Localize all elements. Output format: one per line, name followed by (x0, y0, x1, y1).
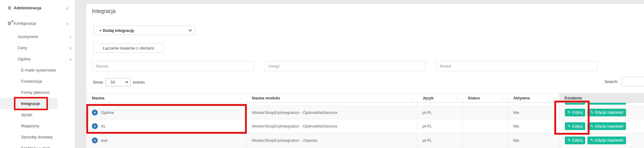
entries-label: entries (133, 80, 145, 85)
column-header-aktywna[interactable]: Aktywna ↓↑ (508, 94, 560, 102)
edit-icon: ✎ (568, 138, 571, 142)
actions-cell: ✎ Edytuj ✎ Edycja mapowań (560, 119, 644, 133)
length-menu: Show 50 entries (93, 78, 145, 87)
integration-name: XL (101, 124, 106, 128)
search-control: Search: (604, 77, 644, 86)
edit-icon: ✎ (568, 111, 571, 114)
sidebar-item-administracja[interactable]: ⚙ Administracja ‹ (0, 0, 75, 15)
edit-icon: ✎ (590, 124, 593, 128)
table-body: ✎ Edytuj ✎ Edycja mapowań + Optima Worke… (88, 103, 644, 148)
sort-icon: ↓↑ (410, 96, 414, 100)
edit-icon: ✎ (590, 138, 593, 142)
module-name (247, 103, 418, 106)
add-integration-select-label: + Dodaj integrację (99, 28, 134, 33)
chevron-down-icon (188, 28, 192, 31)
sort-icon: ↓↑ (240, 96, 243, 100)
actions-cell: ✎ Edytuj ✎ Edycja mapowań (560, 133, 644, 147)
language-value: pl-PL (418, 119, 463, 133)
sidebar-item-jezyki[interactable]: Języki (0, 109, 75, 120)
sort-icon: ↓↑ (456, 96, 459, 100)
column-header-dzialania: Działania (560, 94, 644, 102)
language-value: pl-PL (418, 106, 463, 119)
edit-button[interactable]: ✎ Edytuj (565, 109, 585, 116)
sidebar-item-szablony-e-mail[interactable]: Szablony e-mail (0, 142, 75, 148)
edit-button[interactable]: ✎ Edytuj (565, 103, 585, 105)
column-header-nazwa[interactable]: Nazwa ↓↑ (88, 94, 247, 102)
active-value: Nie (508, 106, 560, 119)
sidebar-item-asortyment[interactable]: Asortyment ‹ (0, 31, 75, 42)
sidebar: ⚙ Administracja ‹ ⚙⚙ Konfiguracja ‹ Asor… (0, 0, 75, 148)
sidebar-item-e-maile-systemowe[interactable]: E-maile systemowe (0, 64, 75, 76)
table-row-optima: + Optima WorkerShopErpIntegration - Opti… (88, 106, 644, 119)
active-value: Nie (508, 119, 560, 133)
status-value (463, 106, 508, 119)
column-header-status[interactable]: Status ↓↑ (463, 94, 508, 102)
module-name: WorkerShopErpIntegration - OptimaWebServ… (247, 106, 418, 119)
table-row-partial: ✎ Edytuj ✎ Edycja mapowań (88, 103, 644, 106)
table-row-asd: + asd WorkerShopErpIntegration - Zalando… (88, 133, 644, 147)
integrations-table: Nazwa ↓↑ Nazwa modułu ↓↑ Język ↓↑ Status… (88, 93, 644, 148)
chevron-left-icon: ‹ (67, 20, 68, 26)
column-header-nazwa-modulu[interactable]: Nazwa modułu ↓↑ (247, 94, 418, 102)
expand-row-button[interactable]: + (92, 137, 98, 143)
link-offers-button[interactable]: Łączenie towarów z ofertami (93, 43, 163, 53)
app-window: ⚙ Administracja ‹ ⚙⚙ Konfiguracja ‹ Asor… (0, 0, 644, 148)
sidebar-item-ogolne[interactable]: Ogólne ‹ (0, 53, 75, 64)
edit-mappings-button[interactable]: ✎ Edycja mapowań (587, 122, 626, 130)
edit-button[interactable]: ✎ Edytuj (565, 137, 585, 144)
show-label: Show (93, 80, 103, 85)
sidebar-item-fiskalizacja[interactable]: Fiskalizacja (0, 76, 75, 87)
active-value: Nie (508, 133, 560, 147)
page-length-select[interactable]: 50 (106, 78, 131, 86)
sidebar-item-formy-platnosci[interactable]: Formy płatności (0, 87, 75, 98)
status-value (463, 133, 508, 147)
filter-notes-input[interactable] (264, 61, 426, 71)
filter-module-input[interactable] (436, 61, 598, 71)
sort-icon: ↓↑ (552, 96, 556, 100)
edit-mappings-button[interactable]: ✎ Edycja mapowań (587, 137, 626, 144)
chevron-left-icon: ‹ (67, 5, 68, 11)
table-row-xl: + XL WorkerShopErpIntegration - OptimaWe… (88, 119, 644, 133)
module-name: WorkerShopErpIntegration - OptimaWebServ… (247, 119, 418, 133)
edit-icon: ✎ (590, 111, 593, 114)
sidebar-item-sposoby-dostawy[interactable]: Sposoby dostawy (0, 131, 75, 142)
edit-button[interactable]: ✎ Edytuj (565, 122, 585, 130)
edit-mappings-button[interactable]: ✎ Edycja mapowań (587, 109, 626, 116)
chevron-left-icon: ‹ (70, 34, 71, 40)
integration-name: asd (101, 138, 107, 143)
edit-icon: ✎ (568, 124, 571, 128)
chevron-down-icon (125, 80, 128, 83)
chevron-left-icon: ‹ (70, 56, 71, 62)
sidebar-menu: ⚙ Administracja ‹ ⚙⚙ Konfiguracja ‹ Asor… (0, 0, 75, 148)
sort-icon: ↓↑ (501, 96, 504, 100)
language-value: pl-PL (418, 133, 463, 147)
module-name: WorkerShopErpIntegration - Zalando (247, 133, 418, 147)
table-search-input[interactable] (621, 77, 644, 86)
sidebar-item-magazyny[interactable]: Magazyny (0, 120, 75, 131)
integration-name: Optima (101, 110, 114, 115)
gears-icon: ⚙⚙ (7, 21, 12, 26)
active-value (508, 103, 560, 106)
column-header-jezyk[interactable]: Język ↓↑ (418, 94, 463, 102)
language-value (418, 103, 463, 106)
page-title: Integracja (92, 8, 116, 15)
expand-row-button[interactable]: + (92, 123, 98, 129)
gear-icon: ⚙ (7, 6, 12, 10)
search-label: Search: (604, 79, 618, 84)
table-header-row: Nazwa ↓↑ Nazwa modułu ↓↑ Język ↓↑ Status… (88, 94, 644, 103)
sidebar-item-ceny[interactable]: Ceny ‹ (0, 42, 75, 53)
status-value (463, 119, 508, 133)
filter-name-input[interactable] (92, 61, 254, 71)
status-value (463, 103, 508, 106)
actions-cell: ✎ Edytuj ✎ Edycja mapowań (560, 106, 644, 119)
edit-mappings-button[interactable]: ✎ Edycja mapowań (587, 103, 626, 105)
page-length-value: 50 (111, 80, 115, 85)
actions-cell: ✎ Edytuj ✎ Edycja mapowań (560, 103, 644, 106)
sidebar-item-integracje[interactable]: Integracje (0, 98, 75, 109)
add-integration-select[interactable]: + Dodaj integrację (93, 26, 195, 35)
expand-row-button[interactable]: + (92, 110, 98, 115)
sidebar-item-konfiguracja[interactable]: ⚙⚙ Konfiguracja ‹ (0, 15, 75, 31)
chevron-left-icon: ‹ (70, 45, 71, 51)
